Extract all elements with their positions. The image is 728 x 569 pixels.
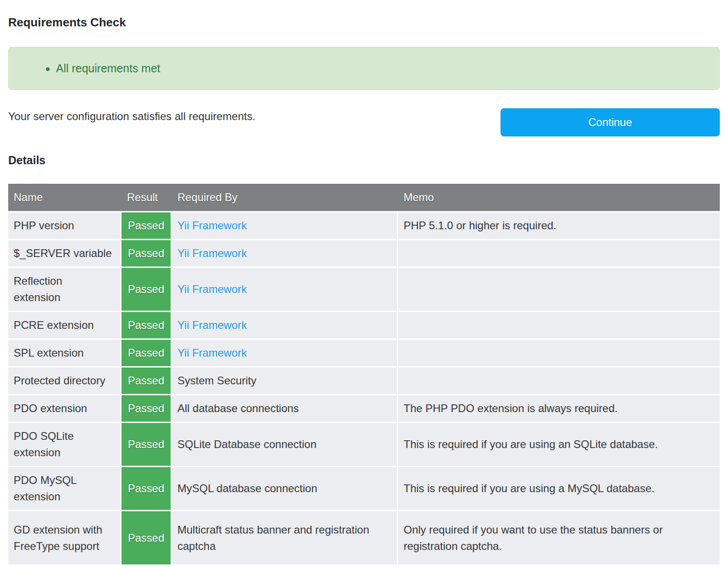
required-by-link[interactable]: Yii Framework — [177, 281, 247, 297]
result-badge: Passed — [121, 312, 171, 338]
name-cell: Protected directory — [8, 368, 120, 394]
success-alert: All requirements met — [8, 47, 720, 90]
name-cell: PDO SQLite extension — [8, 423, 120, 466]
required-by-cell: Yii Framework — [172, 312, 397, 338]
required-by-cell: SQLite Database connection — [172, 423, 397, 466]
summary-text: Your server configuration satisfies all … — [8, 108, 255, 123]
name-cell: GD extension with FreeType support — [8, 511, 120, 564]
memo-cell: PHP 5.1.0 or higher is required. — [398, 212, 720, 239]
table-row: PDO MySQL extension Passed MySQL databas… — [8, 467, 720, 510]
result-badge: Passed — [121, 467, 171, 510]
result-badge: Passed — [121, 395, 171, 422]
table-row: $_SERVER variable Passed Yii Framework — [8, 240, 720, 267]
required-by-cell: Yii Framework — [172, 268, 397, 311]
name-cell: PCRE extension — [8, 312, 120, 338]
name-cell: PDO MySQL extension — [8, 467, 120, 510]
required-by-text: SQLite Database connection — [177, 436, 317, 453]
required-by-cell: Yii Framework — [172, 340, 397, 366]
result-badge: Passed — [121, 212, 171, 239]
summary-row: Your server configuration satisfies all … — [8, 108, 720, 136]
required-by-text: MySQL database connection — [177, 480, 317, 497]
result-badge: Passed — [121, 268, 171, 311]
table-row: PDO SQLite extension Passed SQLite Datab… — [8, 423, 720, 466]
continue-button[interactable]: Continue — [500, 108, 720, 136]
required-by-cell: Yii Framework — [172, 212, 397, 239]
name-cell: $_SERVER variable — [8, 240, 120, 267]
column-header-required-by: Required By — [172, 184, 397, 211]
required-by-text: System Security — [177, 373, 256, 389]
alert-message-list: All requirements met — [9, 62, 719, 75]
page-title: Requirements Check — [8, 15, 720, 29]
table-row: Reflection extension Passed Yii Framewor… — [8, 268, 720, 311]
memo-cell — [398, 340, 720, 366]
memo-cell: This is required if you are using a MySQ… — [398, 467, 720, 510]
memo-cell: Only required if you want to use the sta… — [398, 511, 720, 564]
table-row: PDO extension Passed All database connec… — [8, 395, 720, 422]
required-by-link[interactable]: Yii Framework — [177, 217, 247, 234]
name-cell: PDO extension — [8, 395, 120, 422]
memo-cell — [398, 368, 720, 394]
required-by-text: All database connections — [177, 400, 299, 417]
memo-cell — [398, 312, 720, 338]
column-header-name: Name — [8, 184, 120, 211]
table-header-row: Name Result Required By Memo — [8, 184, 720, 211]
table-row: GD extension with FreeType support Passe… — [8, 511, 720, 564]
table-body: PHP version Passed Yii Framework PHP 5.1… — [8, 212, 720, 564]
name-cell: Reflection extension — [8, 268, 120, 311]
required-by-link[interactable]: Yii Framework — [177, 245, 247, 262]
name-cell: SPL extension — [8, 340, 120, 366]
required-by-text: Multicraft status banner and registratio… — [177, 522, 369, 554]
result-badge: Passed — [121, 240, 171, 267]
required-by-cell: System Security — [172, 368, 397, 394]
result-badge: Passed — [121, 340, 171, 366]
memo-cell: This is required if you are using an SQL… — [398, 423, 720, 466]
alert-message: All requirements met — [56, 62, 719, 75]
table-row: PHP version Passed Yii Framework PHP 5.1… — [8, 212, 720, 239]
required-by-cell: Yii Framework — [172, 240, 397, 267]
memo-cell — [398, 268, 720, 311]
table-row: SPL extension Passed Yii Framework — [8, 340, 720, 366]
name-cell: PHP version — [8, 212, 120, 239]
result-badge: Passed — [121, 423, 171, 466]
required-by-link[interactable]: Yii Framework — [177, 345, 247, 361]
result-badge: Passed — [121, 368, 171, 394]
result-badge: Passed — [121, 511, 171, 564]
table-row: Protected directory Passed System Securi… — [8, 368, 720, 394]
table-row: PCRE extension Passed Yii Framework — [8, 312, 720, 338]
column-header-memo: Memo — [398, 184, 720, 211]
required-by-cell: Multicraft status banner and registratio… — [172, 511, 397, 564]
memo-cell — [398, 240, 720, 267]
column-header-result: Result — [121, 184, 171, 211]
required-by-cell: MySQL database connection — [172, 467, 397, 510]
memo-cell: The PHP PDO extension is always required… — [398, 395, 720, 422]
required-by-link[interactable]: Yii Framework — [177, 317, 247, 333]
requirements-check-page: Requirements Check All requirements met … — [8, 15, 720, 569]
required-by-cell: All database connections — [172, 395, 397, 422]
details-heading: Details — [8, 154, 720, 167]
requirements-table: Name Result Required By Memo PHP version… — [8, 184, 720, 564]
